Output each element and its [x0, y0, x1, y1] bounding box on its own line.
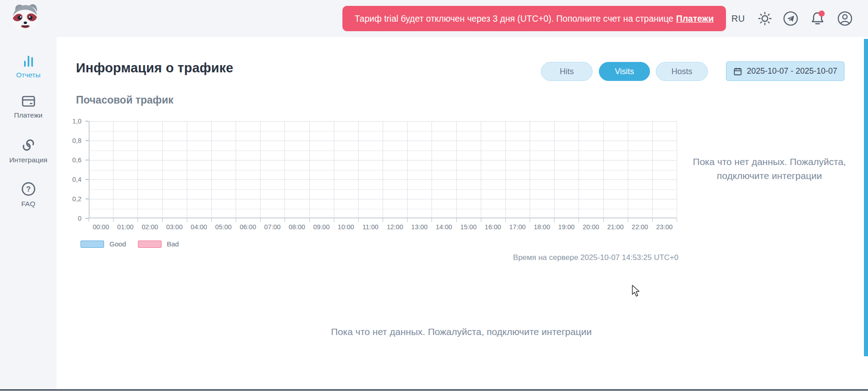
legend-label-good: Good: [109, 240, 126, 248]
x-axis-tick: [530, 218, 530, 222]
server-time: Время на сервере 2025-10-07 14:53:25 UTC…: [271, 253, 678, 262]
bottom-divider: [0, 389, 868, 391]
v-gridline: [211, 121, 212, 217]
v-gridline: [383, 121, 383, 217]
v-gridline: [554, 121, 555, 217]
v-gridline: [138, 121, 138, 217]
sidebar-label-reports: Отчеты: [16, 71, 41, 79]
x-tick-label: 09:00: [309, 223, 334, 231]
notifications-bell-icon[interactable]: [809, 10, 827, 27]
vertical-scrollbar[interactable]: [864, 39, 868, 356]
y-axis-tick: [85, 218, 89, 219]
x-tick-label: 16:00: [481, 223, 505, 231]
x-tick-label: 04:00: [187, 223, 211, 231]
credit-card-icon: [21, 94, 36, 108]
y-axis-labels: 00,20,40,60,81,0: [43, 121, 85, 218]
calendar-icon: [733, 67, 742, 76]
chart-legend: GoodBad: [81, 240, 190, 248]
date-range-picker[interactable]: 2025-10-07 - 2025-10-07: [726, 61, 844, 81]
x-axis-tick: [432, 218, 432, 222]
v-gridline: [677, 121, 677, 217]
v-gridline: [481, 121, 481, 217]
y-tick-label: 0: [78, 215, 81, 222]
tab-hits[interactable]: Hits: [541, 62, 593, 81]
mouse-cursor: [631, 285, 641, 298]
y-tick-label: 1,0: [72, 118, 81, 125]
x-axis-tick: [579, 218, 579, 222]
trial-warning-banner: Тариф trial будет отключен через 3 дня (…: [342, 6, 726, 31]
x-axis-tick: [554, 218, 555, 222]
v-gridline: [285, 121, 285, 217]
date-range-value: 2025-10-07 - 2025-10-07: [747, 66, 837, 76]
sidebar-item-reports[interactable]: Отчеты: [0, 54, 57, 79]
x-tick-label: 00:00: [89, 223, 113, 231]
x-axis-tick: [334, 218, 334, 222]
question-icon: ?: [21, 181, 36, 197]
x-tick-label: 19:00: [554, 223, 579, 231]
y-axis-tick: [85, 179, 89, 180]
legend-item-bad: Bad: [138, 240, 179, 248]
no-data-message-bottom: Пока что нет данных. Пожалуйста, подключ…: [57, 326, 866, 337]
x-tick-label: 10:00: [334, 223, 358, 231]
sidebar-label-integration: Интеграция: [9, 156, 47, 164]
x-tick-label: 22:00: [628, 223, 652, 231]
x-axis-tick: [456, 218, 457, 222]
x-axis-tick: [358, 218, 359, 222]
x-tick-label: 05:00: [211, 223, 236, 231]
banner-payments-link[interactable]: Платежи: [676, 14, 714, 24]
legend-swatch-good: [81, 241, 104, 248]
v-gridline: [505, 121, 506, 217]
theme-sun-icon[interactable]: [757, 11, 773, 26]
banner-message: Тариф trial будет отключен через 3 дня (…: [355, 14, 674, 24]
v-gridline: [358, 121, 359, 217]
x-axis-labels: 00:0001:0002:0003:0004:0005:0006:0007:00…: [89, 223, 677, 232]
bar-chart-icon: [21, 54, 36, 68]
raccoon-logo-image: [7, 1, 43, 34]
header: Тариф trial будет отключен через 3 дня (…: [0, 0, 868, 37]
x-tick-label: 08:00: [285, 223, 309, 231]
y-tick-label: 0,4: [72, 176, 81, 183]
x-tick-label: 07:00: [260, 223, 285, 231]
v-gridline: [187, 121, 187, 217]
tab-visits[interactable]: Visits: [599, 62, 650, 81]
y-axis-tick: [85, 198, 89, 199]
telegram-icon[interactable]: [783, 11, 798, 26]
x-tick-label: 15:00: [456, 223, 481, 231]
y-axis-tick: [85, 140, 89, 141]
x-tick-label: 12:00: [383, 223, 407, 231]
tab-hosts[interactable]: Hosts: [656, 62, 708, 81]
x-axis-tick: [162, 218, 163, 222]
x-tick-label: 02:00: [138, 223, 162, 231]
y-tick-label: 0,2: [72, 195, 81, 203]
v-gridline: [407, 121, 408, 217]
x-axis-tick: [383, 218, 383, 222]
svg-text:?: ?: [26, 185, 31, 193]
v-gridline: [652, 121, 653, 217]
v-gridline: [579, 121, 579, 217]
notification-dot: [819, 10, 825, 17]
x-tick-label: 18:00: [530, 223, 554, 231]
language-selector[interactable]: RU: [731, 14, 745, 24]
sidebar-item-payments[interactable]: Платежи: [0, 94, 57, 119]
x-tick-label: 21:00: [603, 223, 628, 231]
v-gridline: [236, 121, 236, 217]
v-gridline: [530, 121, 530, 217]
x-tick-label: 01:00: [113, 223, 138, 231]
v-gridline: [162, 121, 163, 217]
v-gridline: [456, 121, 457, 217]
x-axis-tick: [309, 218, 310, 222]
x-tick-label: 17:00: [505, 223, 530, 231]
v-gridline: [334, 121, 334, 217]
v-gridline: [113, 121, 114, 217]
x-axis-tick: [187, 218, 187, 222]
profile-icon[interactable]: [837, 11, 853, 26]
x-axis-tick: [652, 218, 653, 222]
x-axis-tick: [628, 218, 628, 222]
x-axis-tick: [481, 218, 481, 222]
raccoon-logo[interactable]: [7, 1, 43, 34]
x-axis-tick: [89, 218, 89, 222]
v-gridline: [260, 121, 261, 217]
x-axis-tick: [677, 218, 677, 222]
v-gridline: [309, 121, 310, 217]
x-tick-label: 14:00: [432, 223, 456, 231]
